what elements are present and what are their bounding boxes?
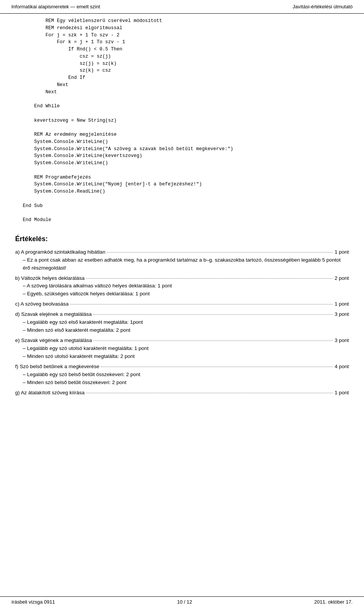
eval-sub-5-1: – Minden szó belső betűit összekeveri: 2… — [23, 379, 349, 387]
page-footer: írásbeli vizsga 0911 10 / 12 2011. októb… — [0, 596, 364, 607]
eval-items-container: a) A programkód szintaktikailag hibátlan… — [15, 248, 349, 397]
eval-item-points-6: 1 pont — [334, 389, 349, 397]
eval-item-label-4: e) Szavak végének a megtalálása — [15, 337, 92, 345]
eval-sub-4-1: – Minden szó utolsó karakterét megtalált… — [23, 353, 349, 361]
eval-title: Értékelés: — [15, 235, 349, 243]
eval-sub-4-0: – Legalább egy szó utolsó karakterét meg… — [23, 345, 349, 353]
eval-item-label-2: c) A szöveg beolvasása — [15, 300, 69, 308]
eval-item-2: c) A szöveg beolvasása1 pont — [15, 300, 349, 308]
eval-item-dots-0 — [107, 252, 333, 253]
eval-item-5: f) Szó belső betűinek a megkeverése4 pon… — [15, 363, 349, 387]
header-right: Javítási-értékelési útmutató — [293, 4, 353, 9]
eval-item-3: d) Szavak elejének a megtalálása3 pont– … — [15, 311, 349, 334]
eval-sub-3-0: – Legalább egy szó első karakterét megta… — [23, 318, 349, 326]
eval-sub-1-0: – A szöveg tárolására alkalmas változó h… — [23, 282, 349, 290]
code-section: REM Egy véletlenszerű cserével módosítot… — [0, 14, 364, 231]
eval-item-dots-4 — [94, 340, 333, 341]
eval-sub-5-0: – Legalább egy szó belső betűit összekev… — [23, 371, 349, 379]
eval-item-points-2: 1 pont — [334, 300, 349, 308]
page-header: Informatikai alapismeretek — emelt szint… — [0, 0, 364, 14]
eval-item-label-5: f) Szó belső betűinek a megkeverése — [15, 363, 99, 371]
eval-item-label-1: b) Változók helyes deklarálása — [15, 274, 85, 282]
eval-item-label-3: d) Szavak elejének a megtalálása — [15, 311, 92, 318]
eval-item-4: e) Szavak végének a megtalálása3 pont– L… — [15, 337, 349, 361]
footer-left: írásbeli vizsga 0911 — [11, 599, 55, 605]
eval-item-points-1: 2 pont — [334, 274, 349, 282]
footer-center: 10 / 12 — [177, 599, 192, 605]
eval-sub-1-1: – Egyéb, szükséges változók helyes dekla… — [23, 290, 349, 298]
eval-item-label-0: a) A programkód szintaktikailag hibátlan — [15, 248, 105, 256]
eval-item-points-3: 3 pont — [334, 311, 349, 318]
header-left: Informatikai alapismeretek — emelt szint — [11, 4, 100, 9]
eval-item-dots-6 — [86, 393, 333, 393]
eval-item-label-6: g) Az átalakított szöveg kiírása — [15, 389, 85, 397]
eval-item-0: a) A programkód szintaktikailag hibátlan… — [15, 248, 349, 272]
eval-item-points-4: 3 pont — [334, 337, 349, 345]
eval-item-points-0: 1 pont — [334, 248, 349, 256]
eval-item-1: b) Változók helyes deklarálása2 pont– A … — [15, 274, 349, 298]
eval-sub-3-1: – Minden szó első karakterét megtalálta:… — [23, 326, 349, 334]
footer-right: 2011. október 17. — [314, 599, 353, 605]
eval-item-dots-1 — [86, 278, 333, 279]
eval-item-points-5: 4 pont — [334, 363, 349, 371]
eval-item-6: g) Az átalakított szöveg kiírása1 pont — [15, 389, 349, 397]
evaluation-section: Értékelés: a) A programkód szintaktikail… — [0, 231, 364, 407]
eval-item-dots-2 — [70, 304, 333, 304]
eval-item-dots-5 — [101, 367, 333, 367]
eval-sub-0-0: – Ez a pont csak abban az esetben adható… — [23, 256, 349, 272]
eval-item-dots-3 — [93, 314, 333, 315]
